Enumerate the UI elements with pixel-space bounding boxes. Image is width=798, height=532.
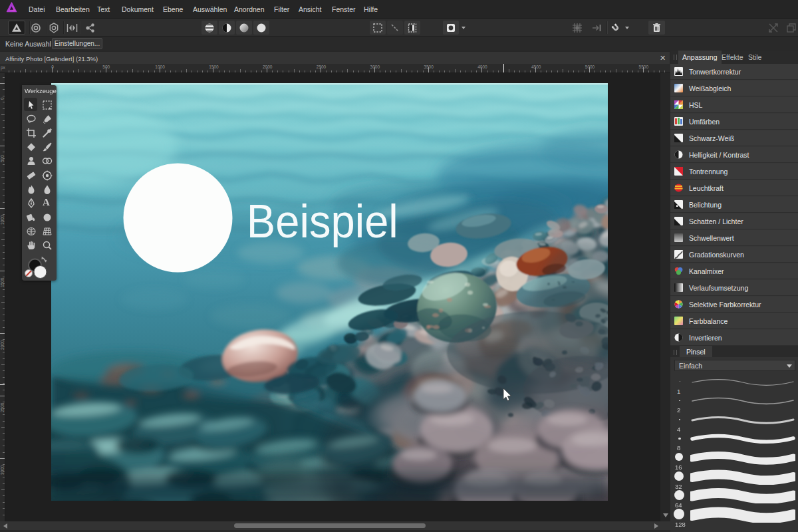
svg-text:Beispiel: Beispiel <box>247 196 398 247</box>
